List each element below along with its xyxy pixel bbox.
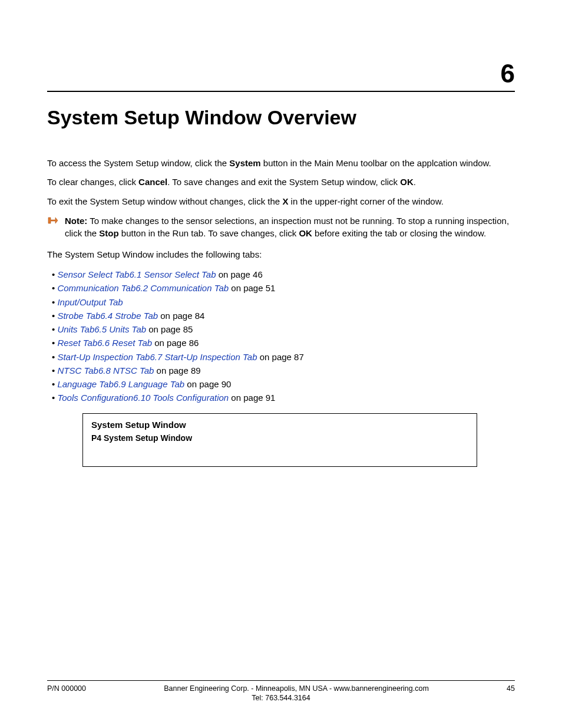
list-item: Input/Output Tab	[47, 295, 515, 309]
list-item: Start-Up Inspection Tab6.7 Start-Up Insp…	[47, 350, 515, 364]
note-label: Note:	[65, 216, 87, 226]
footer-rule	[47, 680, 515, 681]
footer-company: Banner Engineering Corp. - Minneapolis, …	[86, 684, 507, 693]
chapter-rule	[47, 91, 515, 92]
text: on page 89	[154, 365, 200, 375]
text: on page 84	[158, 311, 204, 321]
text: To exit the System Setup window without …	[47, 196, 282, 206]
figure-box: System Setup Window P4 System Setup Wind…	[82, 413, 477, 467]
link-input-output[interactable]: Input/Output Tab	[57, 297, 123, 307]
link-startup-inspection[interactable]: Start-Up Inspection Tab6.7 Start-Up Insp…	[57, 352, 257, 362]
link-units[interactable]: Units Tab6.5 Units Tab	[57, 324, 146, 334]
footer-part-number: P/N 000000	[47, 684, 86, 693]
link-reset[interactable]: Reset Tab6.6 Reset Tab	[57, 338, 152, 348]
link-tools-configuration[interactable]: Tools Configuration6.10 Tools Configurat…	[57, 393, 229, 403]
text: on page 51	[229, 283, 275, 293]
list-item: Sensor Select Tab6.1 Sensor Select Tab o…	[47, 268, 515, 281]
list-item: Reset Tab6.6 Reset Tab on page 86	[47, 336, 515, 350]
paragraph-clear: To clear changes, click Cancel. To save …	[47, 176, 515, 188]
text: on page 85	[146, 324, 193, 334]
ok-label: OK	[299, 228, 312, 238]
list-item: Units Tab6.5 Units Tab on page 85	[47, 322, 515, 336]
paragraph-access: To access the System Setup window, click…	[47, 157, 515, 169]
text: before exiting the tab or closing the wi…	[312, 228, 486, 238]
text: button in the Main Menu toolbar on the a…	[261, 158, 491, 168]
note-text: Note: To make changes to the sensor sele…	[65, 215, 515, 239]
text: To access the System Setup window, click…	[47, 158, 229, 168]
text: on page 87	[257, 352, 304, 362]
x-label: X	[282, 196, 288, 206]
paragraph-tabs-intro: The System Setup Window includes the fol…	[47, 249, 515, 261]
ok-label: OK	[400, 177, 414, 187]
text: on page 86	[152, 338, 199, 348]
system-label: System	[229, 158, 260, 168]
stop-label: Stop	[99, 228, 118, 238]
text: To clear changes, click	[47, 177, 138, 187]
list-item: NTSC Tab6.8 NTSC Tab on page 89	[47, 364, 515, 377]
note-block: Note: To make changes to the sensor sele…	[47, 215, 515, 239]
page-title: System Setup Window Overview	[47, 106, 515, 129]
footer-page-number: 45	[507, 684, 515, 693]
text: . To save changes and exit the System Se…	[167, 177, 400, 187]
paragraph-exit: To exit the System Setup window without …	[47, 196, 515, 207]
text: button in the Run tab. To save changes, …	[119, 228, 299, 238]
text: .	[414, 177, 416, 187]
list-item: Tools Configuration6.10 Tools Configurat…	[47, 391, 515, 404]
link-strobe[interactable]: Strobe Tab6.4 Strobe Tab	[57, 311, 158, 321]
chapter-number: 6	[47, 59, 515, 88]
text: on page 90	[184, 379, 231, 389]
link-sensor-select[interactable]: Sensor Select Tab6.1 Sensor Select Tab	[57, 269, 216, 279]
list-item: Language Tab6.9 Language Tab on page 90	[47, 377, 515, 391]
text: on page 46	[216, 269, 262, 279]
footer-tel: Tel: 763.544.3164	[47, 694, 515, 702]
figure-subtitle: P4 System Setup Window	[91, 433, 468, 443]
link-ntsc[interactable]: NTSC Tab6.8 NTSC Tab	[57, 365, 154, 375]
text: in the upper-right corner of the window.	[288, 196, 443, 206]
link-language[interactable]: Language Tab6.9 Language Tab	[57, 379, 184, 389]
tab-list: Sensor Select Tab6.1 Sensor Select Tab o…	[47, 268, 515, 405]
link-communication[interactable]: Communication Tab6.2 Communication Tab	[57, 283, 229, 293]
list-item: Communication Tab6.2 Communication Tab o…	[47, 281, 515, 295]
text: on page 91	[229, 393, 275, 403]
list-item: Strobe Tab6.4 Strobe Tab on page 84	[47, 309, 515, 322]
figure-title: System Setup Window	[91, 420, 468, 430]
cancel-label: Cancel	[138, 177, 167, 187]
note-icon	[47, 216, 59, 228]
page-footer: P/N 000000 Banner Engineering Corp. - Mi…	[47, 680, 515, 702]
